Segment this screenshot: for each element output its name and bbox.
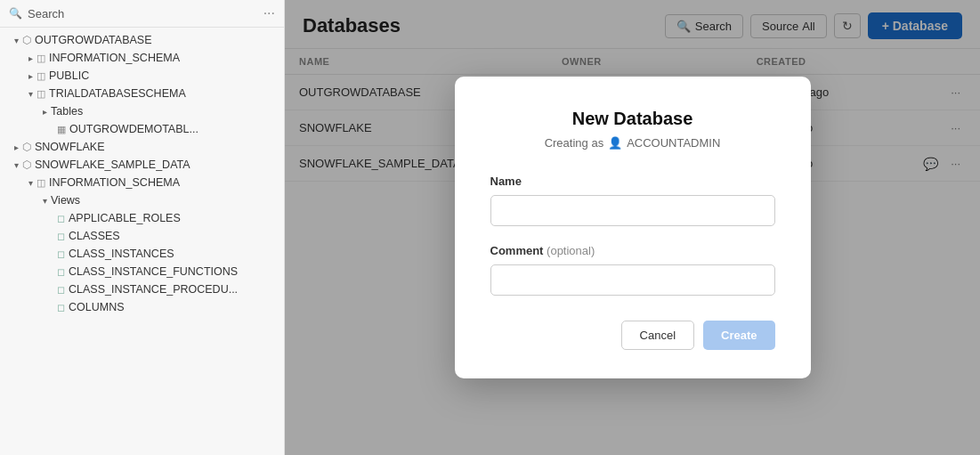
sidebar-search-bar[interactable]: 🔍 Search ··· [0,0,284,28]
chevron-right-icon [28,53,33,63]
sidebar-item-label: PUBLIC [49,69,89,82]
database-icon [22,34,31,46]
sidebar-item-trialdatabaseschema[interactable]: TRIALDATABASESCHEMA [0,85,284,102]
schema-icon [36,88,45,100]
view-icon [57,284,65,296]
sidebar-item-outgrowdemotable[interactable]: OUTGROWDEMOTABL... [0,120,284,138]
sidebar-item-public[interactable]: PUBLIC [0,67,284,85]
database-comment-input[interactable] [490,264,775,296]
chevron-down-icon [14,160,19,170]
view-icon [57,302,65,313]
sidebar-tree: OUTGROWDATABASE INFORMATION_SCHEMA PUBLI… [0,28,284,455]
cancel-button[interactable]: Cancel [621,321,694,350]
sidebar: 🔍 Search ··· OUTGROWDATABASE INFORMATION… [0,0,285,455]
modal-title: New Database [490,109,775,129]
view-icon [57,231,65,242]
sidebar-item-label: Views [51,194,80,207]
sidebar-item-applicable-roles[interactable]: APPLICABLE_ROLES [0,209,284,227]
comment-field-group: Comment (optional) [490,244,775,296]
sidebar-item-information-schema[interactable]: INFORMATION_SCHEMA [0,49,284,67]
sidebar-item-label: COLUMNS [69,301,125,313]
sidebar-item-label: SNOWFLAKE [35,141,105,153]
sidebar-item-snowflake[interactable]: SNOWFLAKE [0,138,284,156]
sidebar-item-sample-info-schema[interactable]: INFORMATION_SCHEMA [0,174,284,191]
schema-icon [36,53,45,64]
sidebar-search-label: Search [28,7,258,20]
sidebar-item-label: CLASS_INSTANCES [69,248,174,260]
schema-icon [36,70,45,82]
main-content: Databases 🔍 Search Source All ↻ + Databa… [285,0,980,455]
creating-user: ACCOUNTADMIN [627,136,720,150]
sidebar-item-label: SNOWFLAKE_SAMPLE_DATA [35,158,190,171]
sidebar-item-label: TRIALDATABASESCHEMA [49,87,186,100]
sidebar-item-label: OUTGROWDATABASE [35,34,152,46]
chevron-down-icon [28,178,33,188]
user-icon: 👤 [608,136,622,150]
modal-overlay: New Database Creating as 👤 ACCOUNTADMIN … [285,0,980,455]
view-icon [57,213,65,224]
sidebar-item-views[interactable]: Views [0,191,284,209]
sidebar-item-label: APPLICABLE_ROLES [69,212,181,224]
sidebar-item-label: INFORMATION_SCHEMA [49,176,180,189]
sidebar-item-columns[interactable]: COLUMNS [0,298,284,316]
database-icon [22,158,31,171]
schema-icon [36,177,45,189]
chevron-down-icon [28,89,33,99]
create-button[interactable]: Create [703,321,774,350]
sidebar-item-label: OUTGROWDEMOTABL... [69,123,198,135]
database-name-input[interactable] [490,195,775,226]
sidebar-item-label: INFORMATION_SCHEMA [49,52,180,64]
chevron-right-icon [28,71,33,81]
sidebar-more-options[interactable]: ··· [263,5,275,21]
name-label: Name [490,175,775,188]
sidebar-item-label: Tables [51,105,83,118]
sidebar-item-classes[interactable]: CLASSES [0,227,284,245]
sidebar-item-label: CLASS_INSTANCE_FUNCTIONS [69,265,238,278]
modal-actions: Cancel Create [490,321,775,350]
table-icon [57,124,66,135]
sidebar-item-tables[interactable]: Tables [0,102,284,120]
chevron-right-icon [43,107,47,117]
chevron-down-icon [43,196,47,206]
sidebar-item-label: CLASSES [69,230,120,242]
sidebar-item-outgrowdatabase[interactable]: OUTGROWDATABASE [0,31,284,49]
search-icon: 🔍 [9,7,22,20]
chevron-down-icon [14,36,19,45]
sidebar-item-class-instances[interactable]: CLASS_INSTANCES [0,245,284,263]
name-field-group: Name [490,175,775,226]
database-icon [22,141,31,153]
chevron-right-icon [14,142,19,152]
sidebar-item-class-instance-procedu[interactable]: CLASS_INSTANCE_PROCEDU... [0,280,284,298]
comment-label: Comment (optional) [490,244,775,257]
modal-subtitle: Creating as 👤 ACCOUNTADMIN [490,136,775,150]
sidebar-item-label: CLASS_INSTANCE_PROCEDU... [69,283,238,296]
sidebar-item-snowflake-sample-data[interactable]: SNOWFLAKE_SAMPLE_DATA [0,156,284,174]
view-icon [57,248,65,260]
new-database-modal: New Database Creating as 👤 ACCOUNTADMIN … [455,77,811,378]
view-icon [57,266,65,278]
sidebar-item-class-instance-functions[interactable]: CLASS_INSTANCE_FUNCTIONS [0,263,284,280]
